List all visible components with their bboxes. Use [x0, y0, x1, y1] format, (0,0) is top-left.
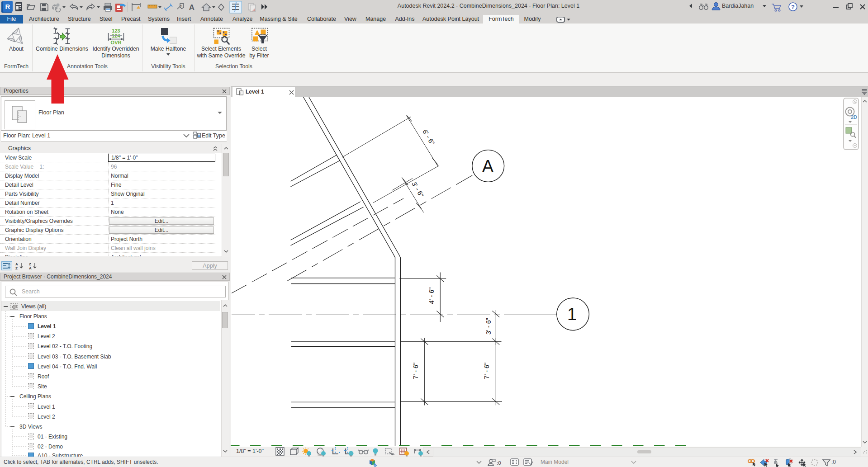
svg-text::0: :0 [497, 460, 501, 466]
svg-text:Z: Z [29, 262, 31, 266]
svg-text:4' - 6": 4' - 6" [428, 288, 435, 304]
svg-text:3' - 6": 3' - 6" [410, 180, 425, 198]
svg-text:1: 1 [181, 5, 183, 8]
svg-text:Z: Z [15, 266, 18, 269]
svg-text:6' - 6": 6' - 6" [421, 128, 436, 146]
svg-text:3' - 6": 3' - 6" [485, 318, 492, 335]
svg-text:BardiaJahan: BardiaJahan [722, 3, 754, 9]
svg-text:A: A [29, 266, 32, 269]
svg-text:?: ? [791, 4, 795, 10]
svg-text:A: A [189, 3, 194, 12]
svg-text:1: 1 [567, 305, 577, 324]
svg-text:R: R [5, 3, 10, 10]
svg-text:2D: 2D [851, 114, 857, 120]
svg-text:A: A [482, 157, 494, 176]
svg-text:7' - 6": 7' - 6" [412, 363, 419, 379]
svg-text:OVR: OVR [111, 40, 122, 45]
svg-text:7' - 6": 7' - 6" [483, 363, 490, 379]
svg-text:A: A [15, 262, 18, 266]
